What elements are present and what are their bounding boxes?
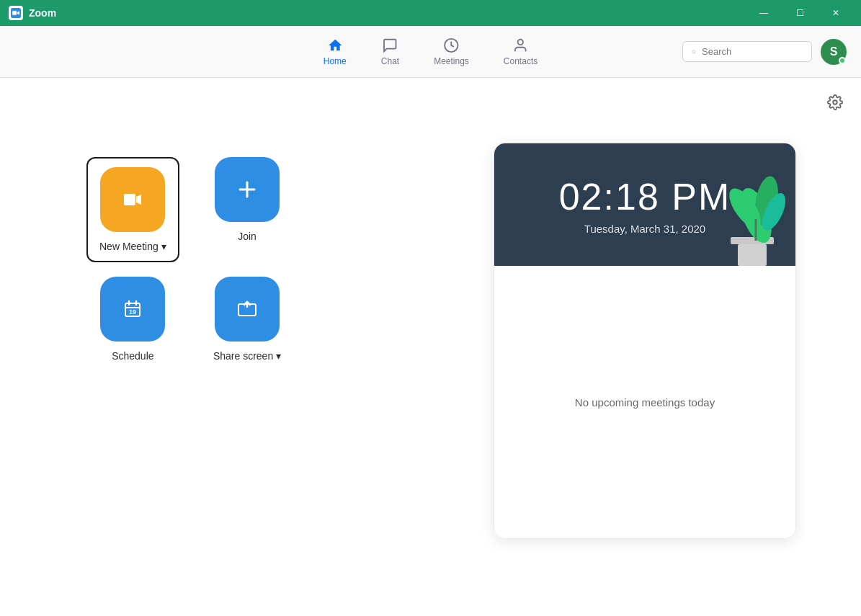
tab-home-label: Home [324, 56, 347, 66]
share-screen-label[interactable]: Share screen ▾ [213, 350, 281, 362]
minimize-button[interactable]: — [747, 0, 780, 26]
avatar[interactable]: S [821, 39, 847, 65]
join-action: Join [201, 157, 294, 262]
calendar-body: No upcoming meetings today [494, 266, 795, 538]
new-meeting-label[interactable]: New Meeting ▾ [99, 241, 166, 252]
tab-meetings-label: Meetings [434, 56, 469, 66]
calendar-header: 02:18 PM Tuesday, March 31, 2020 [494, 143, 795, 266]
svg-point-3 [692, 50, 695, 53]
app-title: Zoom [29, 7, 56, 19]
close-button[interactable]: ✕ [819, 0, 852, 26]
gear-icon [827, 94, 843, 110]
video-camera-icon [118, 185, 147, 214]
svg-rect-16 [233, 295, 262, 323]
tab-chat-label: Chat [381, 56, 399, 66]
app-logo: Zoom [9, 6, 56, 20]
share-screen-chevron: ▾ [276, 350, 281, 362]
new-meeting-button[interactable] [100, 167, 165, 232]
search-icon [692, 47, 696, 57]
schedule-label: Schedule [112, 350, 153, 362]
tab-meetings[interactable]: Meetings [416, 32, 486, 72]
nav-right: S [682, 39, 847, 65]
avatar-initial: S [830, 45, 838, 58]
new-meeting-action: New Meeting ▾ [99, 167, 166, 252]
share-screen-icon [233, 295, 262, 323]
new-meeting-item: New Meeting ▾ [86, 157, 179, 262]
schedule-button[interactable]: 19 [100, 277, 165, 342]
svg-line-4 [695, 53, 695, 53]
settings-gear-button[interactable] [824, 91, 847, 114]
main-content: New Meeting ▾ Join [0, 78, 861, 616]
zoom-logo-icon [9, 6, 23, 20]
tab-home[interactable]: Home [306, 32, 364, 72]
date-display: Tuesday, March 31, 2020 [584, 223, 705, 235]
time-display: 02:18 PM [559, 175, 731, 218]
join-icon [233, 175, 262, 204]
search-box[interactable] [682, 41, 812, 62]
tab-chat[interactable]: Chat [364, 32, 416, 72]
join-button[interactable] [215, 157, 280, 222]
new-meeting-chevron: ▾ [161, 241, 166, 252]
svg-point-5 [833, 100, 837, 104]
maximize-button[interactable]: ☐ [783, 0, 816, 26]
calendar-panel: 02:18 PM Tuesday, March 31, 2020 No upco… [494, 143, 796, 539]
no-meetings-text: No upcoming meetings today [575, 396, 715, 409]
svg-text:19: 19 [129, 308, 136, 316]
window-controls: — ☐ ✕ [747, 0, 852, 26]
share-screen-action: Share screen ▾ [201, 277, 294, 362]
nav-tabs: Home Chat Meetings Contacts [306, 32, 555, 72]
search-input[interactable] [702, 46, 803, 57]
navbar: Home Chat Meetings Contacts [0, 26, 861, 78]
join-label: Join [238, 231, 256, 242]
schedule-action: 19 Schedule [86, 277, 179, 362]
share-screen-button[interactable] [215, 277, 280, 342]
tab-contacts-label: Contacts [504, 56, 537, 66]
svg-point-2 [518, 39, 523, 44]
actions-grid: New Meeting ▾ Join [86, 157, 293, 362]
titlebar: Zoom — ☐ ✕ [0, 0, 861, 26]
online-indicator [839, 57, 846, 64]
calendar-icon: 19 [118, 295, 147, 323]
tab-contacts[interactable]: Contacts [486, 32, 555, 72]
svg-rect-20 [738, 244, 767, 266]
